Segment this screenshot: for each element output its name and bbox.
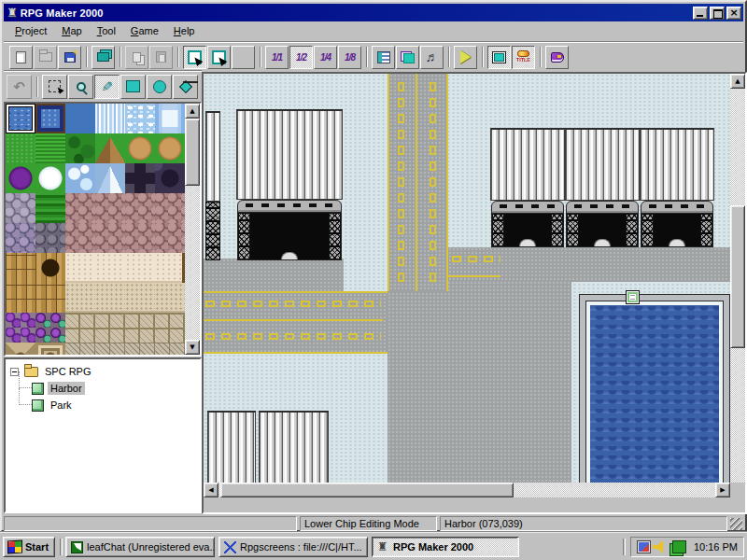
create-game-disk-button[interactable] [92,46,115,69]
palette-tile-rock-red[interactable] [65,223,95,253]
palette-tile-dirt[interactable] [95,133,125,163]
palette-tile-brick[interactable] [155,313,185,343]
paste-button[interactable] [149,46,173,69]
select-tool-button[interactable] [42,75,67,99]
palette-tile-hatch[interactable] [155,343,185,355]
palette-tile-cream[interactable] [125,253,155,283]
palette-tile-cobble-purple[interactable] [6,223,35,253]
palette-tile-tan[interactable] [125,283,155,313]
palette-tile-wood-hole[interactable] [35,253,65,283]
palette-tile-cream[interactable] [95,253,125,283]
fullscreen-toggle-button[interactable] [487,46,511,69]
scroll-left-icon[interactable]: ◀ [204,483,218,497]
tree-item-park[interactable]: Park [6,397,200,413]
resource-manager-button[interactable] [396,46,419,69]
fill-tool-button[interactable] [173,75,198,99]
maximize-button[interactable] [710,7,725,20]
palette-tile-hatch[interactable] [125,343,155,355]
volume-icon[interactable] [653,540,667,553]
palette-tile-gem2[interactable] [35,313,65,343]
palette-tile-dark-rock[interactable] [155,163,185,193]
upper-chip-mode-button[interactable] [207,46,231,69]
copy-button[interactable] [125,46,148,69]
palette-tile-tan[interactable] [65,283,95,313]
scroll-thumb[interactable] [220,483,514,497]
tree-item-root[interactable]: SPC RPG [6,363,200,380]
zoom-1-2-button[interactable]: 1/2 [289,46,313,69]
lower-chip-mode-button[interactable] [183,46,206,69]
palette-tile-tan[interactable] [155,283,185,313]
palette-tile-ice-pillar[interactable] [155,104,185,133]
palette-tile-mtn[interactable] [95,163,125,193]
display-icon[interactable] [637,540,651,553]
zoom-1-1-button[interactable]: 1/1 [265,46,289,69]
palette-tile-waterfall[interactable] [95,104,125,133]
palette-tile-rock-red[interactable] [65,193,95,223]
palette-tile-cobble-dark[interactable] [35,223,65,253]
minimize-button[interactable] [693,7,708,20]
palette-tile-rock-red[interactable] [155,193,185,223]
rectangle-tool-button[interactable] [120,75,146,99]
palette-tile-grass-rows[interactable] [35,193,65,223]
map-vertical-scrollbar[interactable]: ▲ ▼ [730,74,745,497]
palette-tile-ice-trees[interactable] [65,163,95,193]
taskbar-button-1[interactable]: leafChat (Unregistered eva... [65,537,215,557]
palette-tile-water-flat[interactable] [65,104,95,133]
menu-help[interactable]: Help [166,23,203,39]
palette-tile-water-deep[interactable] [6,104,35,133]
test-play-button[interactable] [454,46,477,69]
start-button[interactable]: Start [3,537,55,557]
palette-tile-hatch[interactable] [65,343,95,355]
palette-tile-rock-red[interactable] [125,223,155,253]
new-project-button[interactable] [9,46,33,69]
scroll-up-icon[interactable]: ▲ [730,74,745,89]
menu-map[interactable]: Map [54,23,89,39]
close-project-button[interactable] [58,46,81,69]
palette-tile-water-edge[interactable] [35,104,65,133]
palette-tile-brick[interactable] [95,313,125,343]
event-marker[interactable] [626,290,640,304]
open-project-button[interactable] [34,46,57,69]
zoom-1-8-button[interactable]: 1/8 [338,46,361,69]
scroll-down-icon[interactable]: ▼ [185,340,200,355]
palette-tile-wood[interactable] [6,283,35,313]
network-icon[interactable] [672,540,686,553]
map-canvas[interactable] [204,74,730,497]
help-contents-button[interactable] [545,46,569,69]
palette-tile-rock-red[interactable] [155,223,185,253]
tree-expander-icon[interactable] [10,368,19,376]
menu-tool[interactable]: Tool [90,23,123,39]
resize-grip-icon[interactable] [730,518,742,530]
palette-tile-gem[interactable] [6,313,35,343]
palette-tile-rock-red[interactable] [125,193,155,223]
scroll-right-icon[interactable]: ▶ [715,483,730,497]
close-button[interactable]: × [726,7,741,20]
taskbar-button-3[interactable]: ♜RPG Maker 2000 [372,537,519,557]
palette-scrollbar[interactable]: ▲ ▼ [185,104,200,355]
zoom-tool-button[interactable] [68,75,93,99]
palette-tile-hatch[interactable] [95,343,125,355]
palette-tile-grass[interactable] [6,133,35,163]
scroll-up-icon[interactable]: ▲ [185,104,200,119]
show-title-toggle-button[interactable]: TITLE [512,46,535,69]
palette-tile-star[interactable] [6,343,35,355]
palette-tile-bush-purple[interactable] [6,163,35,193]
palette-tile-wood[interactable] [6,253,35,283]
palette-tile-forest[interactable] [65,133,95,163]
palette-tile-sand[interactable] [125,133,155,163]
map-horizontal-scrollbar[interactable]: ◀ ▶ [204,483,730,497]
palette-tile-cobble[interactable] [6,193,35,223]
palette-tile-cream-edge[interactable] [155,253,185,283]
palette-tile-tan[interactable] [95,283,125,313]
palette-tile-rock-red[interactable] [95,223,125,253]
database-button[interactable] [372,46,395,69]
undo-button[interactable]: ↶ [7,75,32,99]
event-mode-button[interactable] [232,46,255,69]
palette-tile-cream[interactable] [65,253,95,283]
scroll-thumb[interactable] [730,205,745,348]
palette-tile-rock-red[interactable] [95,193,125,223]
palette-tile-ice-water[interactable] [125,104,155,133]
menu-game[interactable]: Game [123,23,166,39]
palette-tile-ornate[interactable] [35,343,65,355]
pen-tool-button[interactable]: ✎ [94,75,120,99]
